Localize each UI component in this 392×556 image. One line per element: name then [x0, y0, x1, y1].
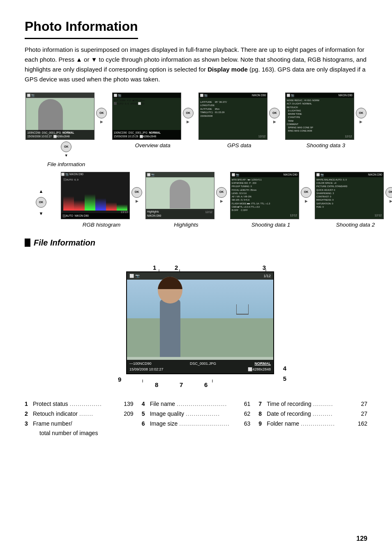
caption-shooting1: Shooting data 1: [251, 221, 291, 229]
caption-shooting2: Shooting data 2: [336, 221, 375, 229]
ok-button-5[interactable]: OK: [131, 187, 142, 198]
screenshot-col-shooting2: ⬜ 📷 NIKON D90 WHITE BALANCE:AUTO: 0, 0 C…: [315, 172, 392, 229]
ok-button-4[interactable]: OK: [356, 108, 367, 118]
info-num-3: 3: [25, 419, 31, 429]
main-bottom-row2: 15/09/2008 10:02:27 ⬜4288x2848: [129, 367, 271, 373]
main-screen-bottom: —100NCD90 DSC_0001.JPG NORMAL 15/09/2008…: [127, 360, 273, 373]
shooting1-screen: ⬜ 📷 NIKON D90 MTR:SPD:AP: >■< 1/250:F11 …: [230, 172, 299, 219]
highlights-icons: ⬜ 📷: [147, 173, 154, 177]
gps-time: TIME(UTC) 01:15:29: [200, 111, 227, 114]
info-label-5: Image quality: [150, 409, 184, 419]
info-dots-8: ..........: [313, 409, 360, 419]
ok-button-3[interactable]: OK: [269, 108, 280, 118]
shooting2-data: WHITE BALANCE:AUTO: 0, 0 COLOR SPACE: +0…: [316, 178, 347, 208]
page-title: Photo Information: [25, 16, 138, 39]
info-dots-5: .................: [186, 409, 242, 419]
shooting3-nav: OK ▶: [356, 108, 367, 125]
sd2-pc: PICTURE CNTRL:STANDARD: [316, 185, 347, 188]
sd1-shutter: SB-105: /3, 5=5.6: [232, 198, 270, 202]
sd3-ring: RING WAS CONE:3636: [287, 129, 319, 132]
main-screen-icons: ⬜ 📷: [129, 273, 140, 279]
file-info-top-bar: ⬜ 📷: [26, 93, 94, 98]
main-date: 15/09/2008 10:02:27: [129, 367, 164, 373]
display-mode-bold: Display mode: [208, 66, 248, 73]
screenshot-col-overview: ⬜ 📷 ⊞ P 1/250 F11 ■200 35㎜ ⬛AUTO 0, 0 sR…: [111, 93, 195, 169]
info-row-7: 7 Time of recording .......... 27: [258, 399, 367, 409]
sd3-cyantype: CYANTYPE: [287, 116, 319, 119]
ok-button-7[interactable]: OK: [301, 187, 311, 198]
sd3-lighting: D-LIGHTING: [287, 109, 319, 112]
shooting2-nav: OK ▶: [385, 187, 392, 204]
info-label-2: Retouch indicator: [33, 409, 78, 419]
gps-top-bar: ⬜ 📷 NIKON D90: [199, 93, 267, 98]
gps-screen: ⬜ 📷 NIKON D90 LATITUDE 35° 36.371' LONGI…: [198, 93, 267, 140]
shooting2-icons: ⬜ 📷: [316, 173, 324, 177]
info-page-1: 139: [124, 399, 133, 409]
info-label-4: File name: [150, 399, 175, 409]
sd3-spring: SPRING WAS CONE SP: [287, 126, 319, 129]
sd1-focal: FOCAL LENGTH: 35mm: [232, 188, 270, 192]
main-screen-top: ⬜ 📷 1/12: [127, 272, 273, 280]
section-title-file-info: File Information: [25, 236, 367, 249]
sd1-af: AF / VR: A / VR-ON: [232, 195, 270, 198]
screenshot-col-file-info: ⬜ 📷 100NCD90 DSC_0001.JPG NORMAL 15/09/2…: [25, 93, 108, 169]
info-dots-1: ................: [70, 399, 122, 409]
info-num-5: 5: [142, 409, 148, 419]
nav-arrow-right-2: ▶: [187, 119, 189, 125]
sd1-bflash: B:OFF C:OFF: [232, 208, 270, 212]
hist-bottom: ⬛AUTO NIKON D90: [61, 213, 129, 219]
highlights-screen: ⬜ 📷 Highlights NIKON D90 12/12: [145, 172, 214, 219]
gps-frame: NIKON D90: [252, 93, 266, 97]
sd2-sharp: SHARPENING: 3: [316, 192, 347, 195]
file-info-icons: ⬜ 📷: [27, 93, 35, 97]
sky-area: [127, 280, 273, 318]
gps-latitude: LATITUDE 35° 36.371': [200, 100, 227, 104]
ok-button-8[interactable]: OK: [385, 187, 392, 198]
label-num-4: 4: [283, 364, 286, 373]
person-silhouette: [38, 99, 63, 132]
ok-btn-bottom-1[interactable]: OK: [61, 141, 71, 152]
info-row-9: 9 Folder name ................. 162: [258, 419, 367, 429]
shooting3-screen: ⬜ 📷 NIKON D90 NOISE REDUC.: HI ISO: NORM…: [285, 93, 354, 140]
nav-arrow-right-5: ▶: [136, 199, 138, 204]
screenshot-grid-row2: ▲ OK ▼ ⬜ 📷 NIKON D90 ⬛AUTO 0, 0: [25, 172, 367, 229]
ok-button-2[interactable]: OK: [183, 108, 194, 118]
main-size: ⬜4288x2848: [248, 367, 271, 373]
gps-cam-wrap: ⬜ 📷 NIKON D90 LATITUDE 35° 36.371' LONGI…: [198, 93, 280, 140]
info-dots-2: .......: [79, 409, 122, 419]
ok-btn-left[interactable]: OK: [36, 197, 46, 208]
ok-button-1[interactable]: OK: [96, 108, 107, 118]
info-page-9: 162: [358, 419, 367, 429]
info-num-2: 2: [25, 409, 31, 419]
info-page-8: 27: [361, 409, 367, 419]
label-num-5: 5: [283, 374, 286, 384]
up-arrow-left: ▲: [39, 188, 44, 195]
person-body: [160, 299, 180, 357]
histogram-screen: ⬜ 📷 NIKON D90 ⬛AUTO 0, 0 ⬛AUTO NIKON D90…: [61, 172, 130, 219]
sd1-mtr: MTR:SPD:AP: >■< 1/250:F11: [232, 178, 270, 181]
gps-date-rec: 15/09/2008: [200, 114, 227, 118]
sailboat: [236, 304, 249, 315]
hist-bar-2: [74, 200, 85, 211]
shooting3-page: 12/12: [345, 134, 352, 139]
sd3-act: ACT. D-LIGHT: NORMAL: [287, 102, 319, 105]
highlights-bottom: Highlights NIKON D90: [146, 209, 214, 219]
shooting1-page: 12/12: [290, 213, 297, 218]
main-image-area: [127, 280, 273, 357]
info-num-6: 6: [142, 419, 148, 429]
caption-histogram: RGB histogram: [83, 221, 120, 229]
hist-mode: ⬛AUTO 0, 0: [63, 178, 78, 182]
info-table: 1 Protect status ................ 139 2 …: [25, 399, 367, 438]
shooting3-data-lines: NOISE REDUC.: HI ISO: NORM ACT. D-LIGHT:…: [287, 99, 319, 133]
overview-icons: ⬜ 📷: [114, 93, 121, 97]
file-info-nav: OK ▶: [96, 108, 107, 125]
info-row-5: 5 Image quality ................. 62: [142, 409, 251, 419]
file-info-screen: ⬜ 📷 100NCD90 DSC_0001.JPG NORMAL 15/09/2…: [25, 93, 95, 140]
shooting3-frame: NIKON D90: [338, 93, 352, 97]
highlights-model: NIKON D90: [147, 214, 213, 218]
highlights-top-bar: ⬜ 📷: [146, 172, 214, 177]
nav-arrows-1: OK ▼: [61, 141, 71, 159]
screenshot-col-shooting3: ⬜ 📷 NIKON D90 NOISE REDUC.: HI ISO: NORM…: [284, 93, 368, 169]
ok-button-6[interactable]: OK: [216, 187, 227, 198]
caption-overview: Overview data: [135, 141, 171, 150]
